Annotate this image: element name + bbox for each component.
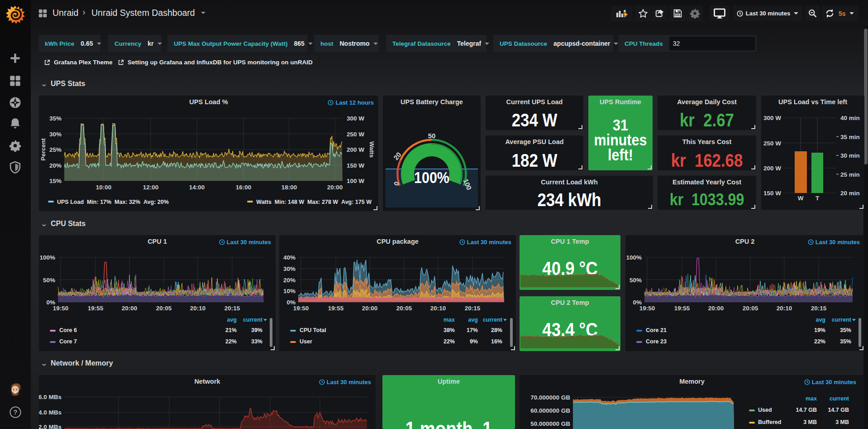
svg-text:300 W: 300 W bbox=[347, 115, 364, 122]
svg-text:20:10: 20:10 bbox=[190, 305, 206, 312]
svg-text:T: T bbox=[816, 195, 820, 202]
svg-text:19:55: 19:55 bbox=[328, 305, 344, 312]
svg-text:20:10: 20:10 bbox=[430, 305, 446, 312]
svg-text:14.7 GB: 14.7 GB bbox=[828, 407, 849, 413]
svg-text:19:50: 19:50 bbox=[53, 305, 69, 312]
svg-text:User: User bbox=[300, 338, 312, 345]
svg-text:150 W: 150 W bbox=[347, 162, 364, 169]
svg-text:20:15: 20:15 bbox=[811, 305, 827, 312]
svg-text:300 W: 300 W bbox=[763, 115, 781, 121]
svg-text:30 min: 30 min bbox=[840, 152, 860, 159]
svg-text:Used: Used bbox=[758, 407, 772, 413]
svg-text:CPU Total: CPU Total bbox=[300, 327, 326, 333]
svg-text:10%: 10% bbox=[283, 288, 296, 294]
svg-text:6.0 MBs: 6.0 MBs bbox=[39, 394, 62, 400]
svg-text:22%: 22% bbox=[814, 338, 825, 345]
svg-text:current: current bbox=[830, 395, 849, 402]
svg-text:100%: 100% bbox=[39, 254, 55, 261]
svg-text:38%: 38% bbox=[444, 327, 455, 333]
svg-text:60.000000 GB: 60.000000 GB bbox=[530, 407, 570, 414]
svg-text:28%: 28% bbox=[491, 327, 502, 333]
svg-text:250 W: 250 W bbox=[347, 131, 364, 138]
svg-text:150 W: 150 W bbox=[763, 190, 781, 197]
svg-text:3 MB: 3 MB bbox=[803, 419, 817, 425]
svg-text:70.000000 GB: 70.000000 GB bbox=[530, 394, 570, 401]
svg-text:current: current bbox=[832, 317, 852, 323]
svg-text:avg: avg bbox=[468, 317, 478, 323]
svg-text:15%: 15% bbox=[49, 178, 62, 184]
svg-text:14.7 GB: 14.7 GB bbox=[796, 407, 817, 413]
svg-text:Core 6: Core 6 bbox=[59, 327, 77, 333]
svg-text:16:00: 16:00 bbox=[236, 184, 252, 191]
svg-text:W: W bbox=[798, 195, 804, 202]
svg-text:22%: 22% bbox=[444, 338, 455, 345]
svg-text:50%: 50% bbox=[630, 277, 642, 284]
svg-text:10:00: 10:00 bbox=[96, 184, 112, 191]
svg-text:35%: 35% bbox=[49, 115, 62, 122]
svg-text:35%: 35% bbox=[840, 327, 851, 333]
svg-text:Buffered: Buffered bbox=[758, 419, 781, 425]
svg-text:Core 21: Core 21 bbox=[646, 327, 667, 333]
svg-text:19%: 19% bbox=[814, 327, 825, 333]
svg-text:20%: 20% bbox=[49, 162, 62, 169]
svg-text:33%: 33% bbox=[251, 338, 262, 345]
svg-text:Core 7: Core 7 bbox=[59, 338, 77, 345]
svg-text:35%: 35% bbox=[840, 338, 851, 345]
svg-text:max: max bbox=[806, 395, 817, 402]
svg-text:250 W: 250 W bbox=[763, 140, 781, 147]
svg-text:25%: 25% bbox=[49, 146, 62, 153]
svg-text:2.0 MBs: 2.0 MBs bbox=[39, 424, 62, 429]
svg-text:20:05: 20:05 bbox=[743, 305, 758, 312]
svg-text:20:00: 20:00 bbox=[327, 184, 343, 191]
svg-text:19:55: 19:55 bbox=[674, 305, 690, 312]
svg-text:20:15: 20:15 bbox=[224, 305, 240, 312]
svg-text:20:15: 20:15 bbox=[465, 305, 481, 312]
svg-text:200 W: 200 W bbox=[347, 146, 364, 153]
svg-text:current: current bbox=[483, 317, 503, 323]
svg-text:Core 23: Core 23 bbox=[646, 338, 667, 345]
svg-text:25 min: 25 min bbox=[840, 171, 860, 178]
svg-text:4.0 MBs: 4.0 MBs bbox=[39, 409, 62, 416]
svg-text:40%: 40% bbox=[283, 254, 296, 261]
svg-text:12:00: 12:00 bbox=[143, 184, 159, 191]
svg-text:avg: avg bbox=[816, 317, 825, 323]
svg-text:20:05: 20:05 bbox=[396, 305, 412, 312]
svg-text:20:10: 20:10 bbox=[777, 305, 792, 312]
svg-text:50.000000 GB: 50.000000 GB bbox=[530, 420, 570, 427]
svg-text:avg: avg bbox=[227, 317, 237, 323]
svg-text:50: 50 bbox=[428, 132, 436, 140]
svg-text:40 min: 40 min bbox=[840, 115, 860, 121]
svg-text:3 MB: 3 MB bbox=[835, 419, 849, 425]
svg-text:20 min: 20 min bbox=[840, 190, 860, 197]
svg-text:19:50: 19:50 bbox=[639, 305, 655, 312]
svg-text:20%: 20% bbox=[283, 277, 296, 284]
svg-text:22%: 22% bbox=[225, 338, 237, 345]
svg-text:100%: 100% bbox=[626, 254, 642, 261]
svg-text:17%: 17% bbox=[467, 327, 478, 333]
svg-text:current: current bbox=[243, 317, 263, 323]
svg-text:30%: 30% bbox=[283, 265, 296, 272]
svg-text:20:00: 20:00 bbox=[708, 305, 724, 312]
svg-text:20:00: 20:00 bbox=[362, 305, 378, 312]
svg-text:16%: 16% bbox=[491, 338, 502, 345]
svg-text:14:00: 14:00 bbox=[189, 184, 205, 191]
svg-text:35 min: 35 min bbox=[840, 134, 860, 140]
svg-text:19:55: 19:55 bbox=[88, 305, 104, 312]
svg-text:max: max bbox=[444, 317, 455, 323]
svg-text:20:00: 20:00 bbox=[122, 305, 138, 312]
svg-text:200 W: 200 W bbox=[763, 165, 781, 172]
svg-text:18:00: 18:00 bbox=[281, 184, 297, 191]
svg-text:19:50: 19:50 bbox=[293, 305, 309, 312]
svg-text:50%: 50% bbox=[43, 277, 55, 284]
svg-text:Watts: Watts bbox=[368, 141, 375, 158]
svg-text:21%: 21% bbox=[225, 327, 237, 333]
svg-text:?: ? bbox=[13, 408, 17, 416]
svg-text:39%: 39% bbox=[251, 327, 262, 333]
svg-text:20:05: 20:05 bbox=[156, 305, 172, 312]
svg-text:100 W: 100 W bbox=[347, 178, 364, 184]
svg-text:Percent: Percent bbox=[40, 138, 47, 161]
svg-text:30%: 30% bbox=[49, 131, 62, 138]
svg-text:9%: 9% bbox=[470, 338, 478, 345]
